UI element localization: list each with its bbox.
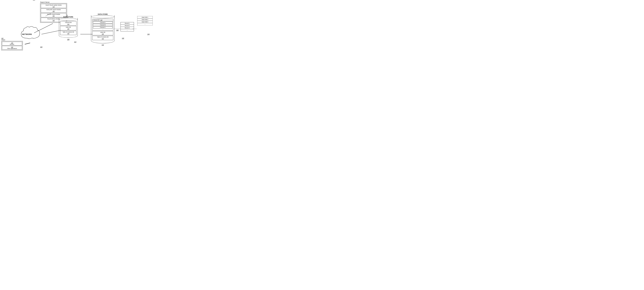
ds2-channel-db: Channel DB 114 Channel A Channel B Chann… bbox=[92, 19, 113, 31]
diagram: Search Server Search Result Update Modul… bbox=[0, 0, 161, 72]
search-server-label: Search Server bbox=[40, 1, 67, 3]
channel-ellipsis: ... bbox=[93, 29, 112, 30]
svg-line-0 bbox=[34, 24, 53, 33]
record-1: Record 1 bbox=[121, 22, 134, 25]
client-inner-box: 120 Browser 124 Client Applications bbox=[1, 41, 23, 50]
client-apps-box: 124 Client Applications bbox=[2, 46, 22, 50]
client-label: Client bbox=[1, 39, 23, 41]
record-ellipsis: ... bbox=[121, 29, 134, 31]
ref-128: 128 bbox=[33, 0, 35, 1]
ds1-channel-db: Channel DB 114 bbox=[60, 21, 76, 26]
ref-144: 144 bbox=[147, 34, 150, 35]
channel-c: Channel C bbox=[93, 26, 112, 29]
ds1-index-db: Index DB 130 bbox=[60, 26, 76, 30]
datafield-1: Data Field 1 bbox=[138, 16, 152, 19]
ref-100: 100 bbox=[59, 39, 78, 40]
datastore1-label: DATA STORE bbox=[59, 16, 78, 18]
record-3: Record 3 bbox=[121, 27, 134, 29]
ref-140: 140 bbox=[116, 30, 118, 31]
ds2-index-db: Index DB 130 bbox=[92, 31, 113, 35]
ds1-toc-db: Table of Contents DB 132 bbox=[60, 31, 76, 35]
client-box: 118 Client 120 Browser 124 Client Applic… bbox=[1, 38, 23, 50]
record-2: Record 2 bbox=[121, 25, 134, 27]
svg-line-1 bbox=[25, 43, 30, 44]
network-label: NETWORK bbox=[22, 33, 32, 35]
diagram-lines bbox=[0, 0, 161, 72]
ds1-ref-112: 112 bbox=[74, 41, 76, 43]
datafield-2: Data Field 2 bbox=[138, 19, 152, 21]
records-table: Record 1 Record 2 Record 3 ... bbox=[120, 22, 134, 31]
datastore2: DATA STORE Channel DB 114 Channel A Chan… bbox=[91, 14, 114, 46]
datafield-3: Data Field 3 bbox=[138, 21, 152, 23]
client-ref: 118 bbox=[1, 38, 23, 39]
datastore2-label: DATA STORE bbox=[91, 14, 114, 15]
ref-122: 122 bbox=[40, 46, 42, 48]
datafields-table: Data Field 1 Data Field 2 Data Field 3 .… bbox=[137, 16, 153, 25]
ref-142: 142 bbox=[122, 38, 124, 39]
datastore1: DATA STORE Channel DB 114 Index DB 130 T… bbox=[59, 16, 78, 40]
datafield-ellipsis: ... bbox=[138, 23, 152, 25]
channel-a: Channel A bbox=[93, 22, 112, 24]
ds2-toc-db: Table of Contents DB 132 bbox=[92, 36, 113, 40]
module-search-result: Search Result Update Module 116 bbox=[41, 4, 66, 8]
browser-box: 120 Browser bbox=[2, 42, 22, 46]
channel-b: Channel B bbox=[93, 24, 112, 26]
module-multiprefix: Multi-prefix Search Module 150 bbox=[41, 9, 66, 13]
ds2-ref-112: 112 bbox=[91, 44, 114, 46]
